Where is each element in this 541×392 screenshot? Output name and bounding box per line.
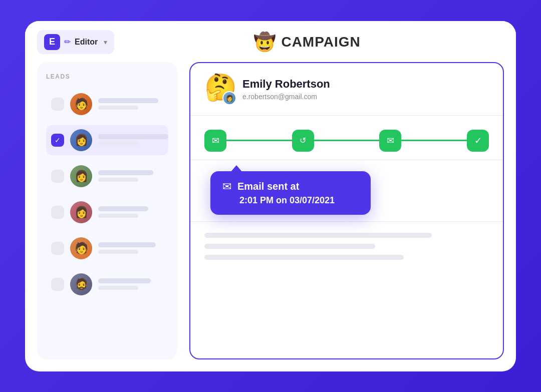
timeline-track: ✉ ↺ ✉ ✓: [204, 130, 489, 152]
list-item[interactable]: 👩: [46, 161, 168, 191]
header-bar: E ✏ Editor ▾ 🤠 CAMPAIGN: [25, 21, 516, 62]
timeline-line: [226, 140, 292, 141]
lead-name-bar: [98, 206, 148, 211]
lead-detail-bar: [98, 286, 138, 290]
lead-checkbox[interactable]: [51, 98, 64, 111]
contact-name: Emily Robertson: [242, 78, 330, 91]
leads-title: LEADS: [46, 73, 168, 80]
lead-name-bar: [98, 134, 168, 139]
lead-checkbox[interactable]: [51, 170, 64, 183]
lead-detail-bar: [98, 214, 138, 218]
tooltip-time: 2:01 PM on 03/07/2021: [222, 195, 359, 206]
lead-info: [98, 134, 168, 146]
pencil-icon: ✏: [64, 37, 71, 47]
content-bar: [204, 233, 432, 238]
lead-info: [98, 242, 163, 254]
avatar: 🧑: [70, 93, 92, 115]
campaign-emoji: 🤠: [253, 32, 276, 53]
lead-detail-bar: [98, 106, 138, 110]
lead-detail-bar: [98, 250, 138, 254]
list-item[interactable]: 🧑: [46, 233, 168, 263]
list-item[interactable]: 👩: [46, 197, 168, 227]
list-item[interactable]: 🧑: [46, 89, 168, 119]
content-bar: [204, 244, 375, 249]
avatar: 🧑: [70, 237, 92, 259]
timeline-node-check[interactable]: ✓: [467, 130, 489, 152]
avatar: 👩: [222, 91, 236, 105]
lead-name-bar: [98, 170, 153, 175]
tooltip-top: ✉ Email sent at: [222, 180, 359, 193]
main-window: E ✏ Editor ▾ 🤠 CAMPAIGN LEADS 🧑: [25, 21, 516, 371]
campaign-title: CAMPAIGN: [281, 34, 360, 50]
timeline-line: [314, 140, 380, 141]
contact-info: Emily Robertson e.robertson@gmail.com: [242, 78, 330, 101]
lead-name-bar: [98, 242, 156, 247]
lead-name-bar: [98, 278, 151, 283]
timeline-node-refresh[interactable]: ↺: [292, 130, 314, 152]
avatar: 🧔: [70, 273, 92, 295]
timeline-node-email-1[interactable]: ✉: [204, 130, 226, 152]
chevron-down-icon[interactable]: ▾: [104, 38, 107, 46]
timeline-section: ✉ ↺ ✉ ✓ ✉ Email sent at 2:01 PM on 03/07…: [190, 116, 503, 160]
avatar: 👩: [70, 165, 92, 187]
tooltip-title: Email sent at: [237, 181, 299, 192]
lead-info: [98, 278, 163, 290]
leads-panel: LEADS 🧑 ✓ 👩: [37, 62, 177, 359]
small-avatar-emoji: 👩: [226, 95, 233, 102]
content-bar: [204, 255, 404, 260]
avatar: 👩: [70, 129, 92, 151]
campaign-title-section: 🤠 CAMPAIGN: [253, 32, 360, 53]
lead-checkbox[interactable]: [51, 206, 64, 219]
lead-checkbox[interactable]: [51, 278, 64, 291]
contact-emoji-wrap: 🤔 👩: [204, 74, 234, 104]
list-item[interactable]: ✓ 👩: [46, 125, 168, 155]
tooltip-email-icon: ✉: [222, 180, 231, 193]
content-bars: [190, 222, 503, 271]
avatar: 👩: [70, 201, 92, 223]
editor-label: Editor: [75, 38, 98, 47]
lead-info: [98, 98, 163, 110]
main-content: LEADS 🧑 ✓ 👩: [25, 62, 516, 371]
contact-header: 🤔 👩 Emily Robertson e.robertson@gmail.co…: [190, 63, 503, 116]
timeline-node-email-2[interactable]: ✉: [379, 130, 401, 152]
tooltip-popup: ✉ Email sent at 2:01 PM on 03/07/2021: [210, 171, 371, 215]
contact-panel: 🤔 👩 Emily Robertson e.robertson@gmail.co…: [189, 62, 504, 359]
contact-email: e.robertson@gmail.com: [242, 93, 330, 101]
lead-info: [98, 206, 163, 218]
lead-checkbox-checked[interactable]: ✓: [51, 134, 64, 147]
lead-name-bar: [98, 98, 158, 103]
lead-detail-bar: [98, 142, 138, 146]
timeline-line: [401, 140, 467, 141]
lead-detail-bar: [98, 178, 138, 182]
lead-checkbox[interactable]: [51, 242, 64, 255]
lead-info: [98, 170, 163, 182]
editor-logo: E: [44, 34, 60, 50]
logo-letter: E: [49, 37, 55, 47]
editor-section[interactable]: E ✏ Editor ▾: [37, 30, 114, 54]
list-item[interactable]: 🧔: [46, 269, 168, 299]
